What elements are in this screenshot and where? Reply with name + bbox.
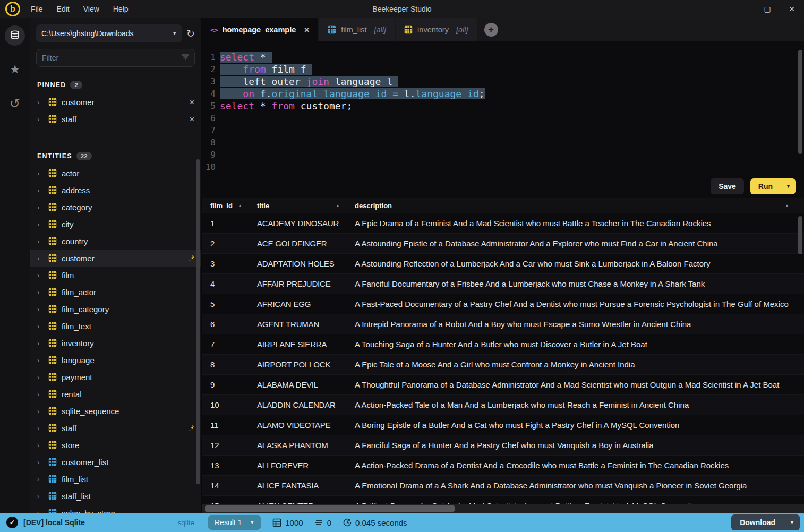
table-row[interactable]: 5AFRICAN EGGA Fast-Paced Documentary of … — [202, 294, 804, 314]
result-selector[interactable]: Result 1 ▼ — [208, 515, 261, 530]
chevron-right-icon[interactable]: › — [37, 288, 44, 296]
sidebar-item-film_actor[interactable]: ›film_actor — [30, 284, 201, 301]
chevron-right-icon[interactable]: › — [37, 475, 44, 483]
connection-select[interactable]: C:\Users\ghstng\Downloads ▼ — [36, 24, 182, 42]
download-button[interactable]: Download ▼ — [731, 514, 800, 530]
sort-arrow-icon[interactable]: ▲ — [785, 203, 789, 208]
chevron-right-icon[interactable]: › — [37, 424, 44, 432]
chevron-right-icon[interactable]: › — [37, 458, 44, 466]
sql-editor[interactable]: 1select *2 from film f3 left outer join … — [202, 41, 804, 175]
chevron-right-icon[interactable]: › — [37, 98, 44, 106]
run-dropdown-caret[interactable]: ▼ — [781, 180, 796, 193]
table-row[interactable]: 4AFFAIR PREJUDICEA Fanciful Documentary … — [202, 274, 804, 294]
unpin-close-icon[interactable]: ✕ — [189, 98, 195, 106]
sort-arrow-icon[interactable]: ▲ — [336, 203, 340, 208]
filter-input[interactable] — [36, 49, 195, 67]
table-row[interactable]: 9ALABAMA DEVILA Thoughtful Panorama of a… — [202, 375, 804, 395]
horizontal-scrollbar[interactable] — [202, 504, 804, 513]
editor-scrollbar[interactable] — [798, 50, 802, 154]
chevron-right-icon[interactable]: › — [37, 220, 44, 228]
sidebar-item-address[interactable]: ›address — [30, 182, 201, 199]
chevron-right-icon[interactable]: › — [37, 169, 44, 177]
unpin-close-icon[interactable]: ✕ — [189, 115, 195, 123]
chevron-right-icon[interactable]: › — [37, 509, 44, 513]
maximize-button[interactable]: ▢ — [755, 0, 780, 18]
table-row[interactable]: 10ALADDIN CALENDARA Action-Packed Tale o… — [202, 395, 804, 415]
history-icon[interactable]: ↺ — [5, 93, 25, 114]
table-row[interactable]: 1ACADEMY DINOSAURA Epic Drama of a Femin… — [202, 213, 804, 234]
save-button[interactable]: Save — [711, 178, 744, 194]
favorites-star-icon[interactable]: ★ — [5, 59, 25, 80]
column-header-film_id[interactable]: film_id▲ — [202, 202, 249, 210]
chevron-right-icon[interactable]: › — [37, 254, 44, 262]
chevron-right-icon[interactable]: › — [37, 322, 44, 330]
sidebar-item-film_category[interactable]: ›film_category — [30, 301, 201, 318]
close-button[interactable]: ✕ — [780, 0, 804, 18]
sidebar-item-customer_list[interactable]: ›customer_list — [30, 453, 201, 470]
menu-file[interactable]: File — [31, 5, 43, 13]
sidebar-item-staff_list[interactable]: ›staff_list — [30, 487, 201, 504]
minimize-button[interactable]: – — [731, 0, 755, 18]
chevron-right-icon[interactable]: › — [37, 390, 44, 398]
new-tab-button[interactable]: + — [484, 23, 498, 37]
table-row[interactable]: 8AIRPORT POLLOCKA Epic Tale of a Moose A… — [202, 355, 804, 375]
tab-close-icon[interactable]: ✕ — [304, 26, 310, 34]
pin-icon[interactable] — [187, 254, 195, 262]
chevron-right-icon[interactable]: › — [37, 373, 44, 381]
tab-film_list[interactable]: film_list[all] — [319, 18, 395, 41]
sidebar-item-sales_by_store[interactable]: ›sales_by_store — [30, 504, 201, 513]
sidebar-item-film[interactable]: ›film — [30, 267, 201, 284]
chevron-right-icon[interactable]: › — [37, 237, 44, 245]
sidebar-item-language[interactable]: ›language — [30, 351, 201, 368]
table-row[interactable]: 7AIRPLANE SIERRAA Touching Saga of a Hun… — [202, 334, 804, 355]
chevron-right-icon[interactable]: › — [37, 339, 44, 347]
sidebar-item-staff[interactable]: ›staff✕ — [30, 110, 201, 127]
sidebar-item-staff[interactable]: ›staff — [30, 419, 201, 436]
sidebar-item-category[interactable]: ›category — [30, 199, 201, 216]
table-row[interactable]: 14ALICE FANTASIAA Emotional Drama of a A… — [202, 476, 804, 496]
chevron-right-icon[interactable]: › — [37, 305, 44, 313]
sidebar-item-customer[interactable]: ›customer✕ — [30, 93, 201, 110]
chevron-right-icon[interactable]: › — [37, 407, 44, 415]
sidebar-item-store[interactable]: ›store — [30, 436, 201, 453]
sort-arrow-icon[interactable]: ▲ — [238, 203, 242, 208]
sidebar-item-rental[interactable]: ›rental — [30, 385, 201, 402]
results-scrollbar[interactable] — [798, 216, 802, 254]
chevron-right-icon[interactable]: › — [37, 186, 44, 194]
sidebar-scrollbar[interactable] — [196, 159, 200, 484]
sidebar-item-film_text[interactable]: ›film_text — [30, 318, 201, 334]
chevron-right-icon[interactable]: › — [37, 441, 44, 449]
download-dropdown-caret[interactable]: ▼ — [784, 516, 800, 529]
chevron-right-icon[interactable]: › — [37, 356, 44, 364]
menu-help[interactable]: Help — [113, 5, 129, 13]
sidebar-item-film_list[interactable]: ›film_list — [30, 470, 201, 487]
sidebar-item-country[interactable]: ›country — [30, 233, 201, 250]
sidebar-item-payment[interactable]: ›payment — [30, 368, 201, 385]
tab-homepage_example[interactable]: <>homepage_example✕ — [202, 18, 318, 41]
chevron-right-icon[interactable]: › — [37, 115, 44, 123]
sidebar-item-inventory[interactable]: ›inventory — [30, 334, 201, 351]
column-header-description[interactable]: description▲ — [346, 202, 796, 210]
table-row[interactable]: 3ADAPTATION HOLESA Astounding Reflection… — [202, 254, 804, 274]
column-header-re[interactable]: re — [796, 202, 804, 210]
chevron-right-icon[interactable]: › — [37, 492, 44, 500]
sidebar-item-city[interactable]: ›city — [30, 216, 201, 233]
tab-inventory[interactable]: inventory[all] — [396, 18, 476, 41]
menu-edit[interactable]: Edit — [57, 5, 70, 13]
sidebar-item-customer[interactable]: ›customer — [30, 250, 201, 267]
chevron-right-icon[interactable]: › — [37, 271, 44, 279]
refresh-icon[interactable]: ↻ — [186, 28, 195, 40]
horizontal-scrollbar-thumb[interactable] — [205, 505, 455, 512]
download-button-label[interactable]: Download — [731, 514, 784, 530]
sidebar-item-sqlite_sequence[interactable]: ›sqlite_sequence — [30, 402, 201, 419]
table-row[interactable]: 6AGENT TRUMANA Intrepid Panorama of a Ro… — [202, 314, 804, 334]
table-row[interactable]: 13ALI FOREVERA Action-Packed Drama of a … — [202, 456, 804, 476]
table-row[interactable]: 15ALIEN CENTERA Brilliant Drama of a Cat… — [202, 496, 804, 504]
table-row[interactable]: 11ALAMO VIDEOTAPEA Boring Epistle of a B… — [202, 415, 804, 435]
menu-view[interactable]: View — [83, 5, 99, 13]
database-icon[interactable] — [5, 25, 25, 46]
run-button-label[interactable]: Run — [750, 178, 781, 194]
chevron-right-icon[interactable]: › — [37, 203, 44, 211]
table-row[interactable]: 2ACE GOLDFINGERA Astounding Epistle of a… — [202, 234, 804, 254]
pin-icon[interactable] — [187, 424, 195, 432]
